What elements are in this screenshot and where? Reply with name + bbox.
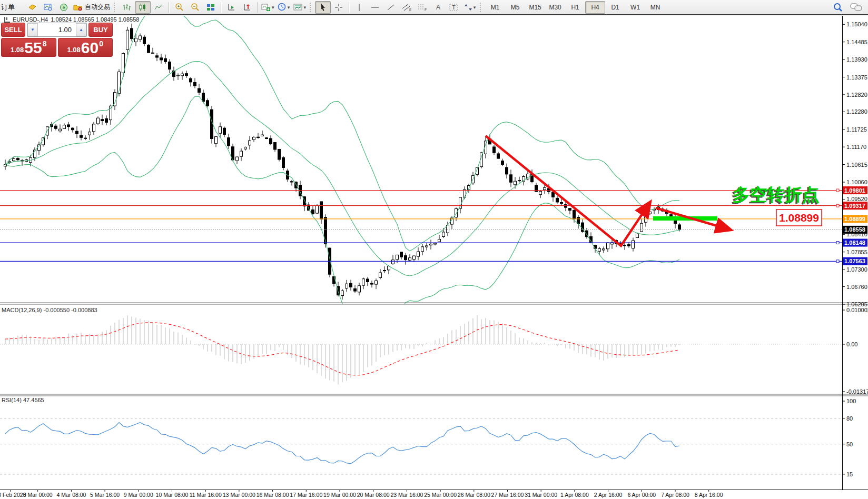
tile-windows-button[interactable] — [203, 1, 219, 14]
objects-group: E F A T ▾ — [351, 0, 478, 14]
timeframe-button-M1[interactable]: M1 — [485, 1, 505, 14]
time-tick-label: 8 Apr 16:00 — [695, 492, 723, 498]
svg-text:E: E — [409, 8, 411, 12]
line-chart-button[interactable] — [151, 1, 166, 14]
zoom-out-button[interactable] — [187, 1, 203, 14]
rsi-value: 47.4565 — [23, 397, 44, 403]
toolbar-grip[interactable] — [480, 3, 484, 12]
time-tick-label: 11 Mar 16:00 — [190, 492, 222, 498]
rsi-name: RSI(14) — [2, 397, 22, 403]
autotrading-button[interactable]: 自动交易 — [72, 1, 112, 14]
trendline-icon — [387, 3, 395, 12]
profile-group: ▾ ▾ ▾ — [260, 0, 308, 14]
signals-button[interactable]: 9 — [56, 1, 72, 14]
text-label-button[interactable]: T — [446, 1, 462, 14]
price-tick-label: 1.11170 — [846, 144, 866, 150]
trendline-button[interactable] — [383, 1, 399, 14]
timeframe-button-H4[interactable]: H4 — [585, 1, 605, 14]
templates-button[interactable]: ▾ — [292, 1, 308, 14]
candlestick-chart-button[interactable] — [135, 1, 151, 14]
new-order-icon-button[interactable] — [24, 1, 40, 14]
vertical-line-icon — [356, 3, 363, 12]
signals-icon: 9 — [60, 3, 68, 12]
sell-price-big: 55 — [24, 41, 42, 55]
sell-price-small: 1.08 — [11, 46, 24, 54]
rsi-axis-label: 100 — [846, 398, 856, 404]
scroll-group — [223, 0, 255, 14]
timeframe-button-H1[interactable]: H1 — [565, 1, 585, 14]
price-tick-label: 1.13930 — [846, 56, 867, 63]
fibonacci-button[interactable]: F — [415, 1, 430, 14]
zoom-group — [171, 0, 219, 14]
one-click-trading-panel: SELL ▼ 1.00 ▲ BUY 1.08 55 8 1.08 60 0 — [1, 23, 113, 57]
timeframe-button-MN[interactable]: MN — [645, 1, 665, 14]
arrows-button[interactable]: ▾ — [462, 1, 478, 14]
buy-price-sup: 0 — [99, 39, 103, 48]
text-button[interactable]: A — [430, 1, 446, 14]
cursor-button[interactable] — [315, 1, 331, 14]
volume-decrease-button[interactable]: ▼ — [27, 23, 38, 36]
chart-type-group — [119, 0, 166, 14]
time-tick-label: 26 Mar 08:00 — [458, 492, 490, 498]
dropdown-caret: ▾ — [474, 5, 476, 10]
search-icon[interactable] — [833, 3, 843, 12]
text-label-icon: T — [449, 3, 459, 12]
yellow-package-icon — [28, 3, 37, 11]
main-toolbar: 新订单 9 自动交易 — [0, 0, 868, 15]
terminal-button[interactable] — [40, 1, 56, 14]
toolbar-grip[interactable] — [310, 3, 313, 12]
vertical-line-button[interactable] — [351, 1, 367, 14]
price-tick-label: 1.11725 — [846, 126, 867, 133]
crosshair-button[interactable] — [331, 1, 347, 14]
auto-scroll-button[interactable] — [223, 1, 239, 14]
price-tick-label: 1.10615 — [846, 162, 867, 168]
timeframe-button-D1[interactable]: D1 — [605, 1, 625, 14]
sell-button[interactable]: SELL — [1, 23, 25, 37]
price-chart[interactable]: 1.150401.144851.139301.133751.128201.122… — [0, 14, 868, 499]
volume-increase-button[interactable]: ▲ — [76, 23, 86, 36]
macd-axis-label: 0.00 — [846, 341, 857, 347]
buy-quote[interactable]: 1.08 60 0 — [58, 38, 113, 57]
mini-chart-icon — [4, 17, 10, 23]
price-badge-label: 1.09801 — [844, 187, 865, 194]
line-handle — [836, 242, 839, 244]
macd-indicator-label: MACD(12,26,9) -0.000550 -0.000883 — [2, 307, 97, 313]
new-chart-button[interactable]: ▾ — [260, 1, 276, 14]
new-order-button[interactable]: 新订单 — [0, 1, 24, 14]
zoom-in-button[interactable] — [171, 1, 187, 14]
horizontal-line-button[interactable] — [367, 1, 383, 14]
time-tick-label: 27 Mar 16:00 — [491, 492, 524, 498]
toolbar-separator — [349, 2, 349, 13]
line-handle — [836, 204, 839, 207]
periods-button[interactable]: ▾ — [276, 1, 292, 14]
dropdown-caret: ▾ — [304, 5, 307, 10]
price-badge-label: 1.08148 — [844, 239, 865, 246]
autotrading-folder-icon — [73, 3, 83, 11]
toolbar-grip[interactable] — [114, 3, 117, 12]
timeframe-button-M30[interactable]: M30 — [545, 1, 565, 14]
chart-shift-button[interactable] — [239, 1, 255, 14]
crosshair-icon — [334, 3, 343, 12]
rsi-indicator-label: RSI(14) 47.4565 — [2, 397, 44, 403]
timeframe-button-M5[interactable]: M5 — [505, 1, 525, 14]
time-tick-label: 1 Apr 08:00 — [560, 492, 589, 498]
time-tick-label: 31 Mar 00:00 — [525, 492, 557, 498]
volume-input[interactable]: 1.00 — [38, 23, 76, 36]
chat-icon[interactable] — [850, 3, 863, 12]
buy-button[interactable]: BUY — [88, 23, 113, 37]
timeframe-button-W1[interactable]: W1 — [625, 1, 645, 14]
text-a-icon: A — [435, 3, 442, 12]
line-chart-icon — [154, 3, 163, 12]
bar-chart-button[interactable] — [119, 1, 135, 14]
line-handle — [836, 189, 839, 192]
timeframe-button-M15[interactable]: M15 — [525, 1, 545, 14]
timeframe-group: M1M5M15M30H1H4D1W1MN — [485, 0, 665, 14]
auto-scroll-icon — [227, 3, 236, 12]
sell-quote[interactable]: 1.08 55 8 — [1, 38, 56, 57]
price-callout-text: 1.08899 — [779, 212, 819, 224]
equidistant-channel-button[interactable]: E — [399, 1, 415, 14]
rsi-axis-label: 50 — [846, 441, 853, 447]
time-tick-label: 16 Mar 08:00 — [257, 492, 289, 498]
price-badge-label: 1.08558 — [844, 226, 865, 233]
dropdown-caret: ▾ — [272, 5, 274, 10]
